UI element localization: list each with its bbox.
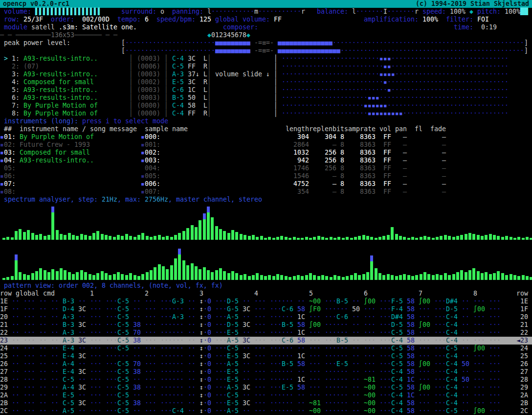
instrument-row[interactable]: ▪08:▪007:354–88363FF–– (0, 188, 532, 196)
channel-note: C-4 (172, 102, 184, 110)
song-row[interactable]: 3:A93-results-intro..│(0003)│A-337↓L│vol… (0, 70, 532, 78)
spectrum-bar (240, 275, 243, 280)
global-cmd-cell: ·· ··· ·· ·· (12, 392, 59, 399)
volume-label: volume: (4, 8, 31, 16)
col-channel[interactable]: 6 (364, 290, 368, 298)
peak-power-label: peak power level: (4, 39, 70, 47)
col-channel[interactable]: 4 (254, 290, 258, 298)
spectrum-bar (15, 254, 18, 280)
spectrum-bar (497, 236, 500, 240)
effect-param: ·0 (203, 376, 211, 384)
spectrum-bar (276, 237, 279, 240)
song-row[interactable]: 6:A93-results-intro..│(0003)│B-550L││···… (0, 94, 532, 102)
col-channel[interactable]: 3 (200, 290, 203, 298)
volume-cell: 58 (297, 305, 305, 313)
vu-meter: ▪ (387, 86, 391, 94)
spectrum-bar (530, 277, 532, 280)
instrument-row[interactable]: ▪01:By Purple Motion of▪000:30430488363F… (0, 133, 532, 141)
spectrum-bar (60, 268, 63, 280)
spectrum-bar (354, 273, 357, 280)
col-channel[interactable]: 2 (145, 290, 149, 298)
spectrum-bar (423, 272, 426, 280)
song-row[interactable]: 4:Composed for small│(0002)│E-53CR││····… (0, 78, 532, 86)
global-cmd-cell: ·· ··· ·· ·· (12, 376, 59, 384)
surround-value[interactable]: o (160, 8, 164, 16)
channel-side: R (203, 63, 207, 70)
spectrum-bar (427, 237, 430, 240)
pattern-view-title: pattern view:order 002, 8 channels, (not… (0, 282, 532, 290)
col-channel[interactable]: 1 (90, 290, 94, 298)
spectrum-bar (395, 234, 398, 240)
separator: │ (207, 102, 211, 110)
instrument-row[interactable]: ▪06:▪005:1546–88363FF–– (0, 172, 532, 180)
spectrum-bar (113, 274, 116, 280)
song-row[interactable]: 5:A93-results-intro..│(0003)│C-61CL││···… (0, 86, 532, 94)
instrument-row[interactable]: ▪03:Composed for small▪002:103225688363F… (0, 149, 532, 157)
effect-param: ·0 (203, 407, 211, 415)
vu-meter: ▪▪▪▪▪▪▪▪▪ (368, 110, 403, 117)
module-title: .s3m: Satellite one. (59, 23, 137, 31)
vu-dots: ·························· (282, 78, 383, 86)
sample-volume: FF (383, 164, 391, 172)
vu-dots: ····························· (395, 70, 509, 78)
channel-selector[interactable]: 012345678 (211, 31, 246, 39)
volume-bar[interactable]: ▌▌▌▌▌▌▌▌▌▌▌▌▌▌▌▌▌ (35, 8, 102, 16)
note-cell: C-4 (391, 407, 403, 415)
spectrum-bar (248, 236, 251, 240)
effect-cell: ↕ (200, 360, 203, 368)
col-channel[interactable]: 7 (419, 290, 422, 298)
spectrum-bar (436, 237, 439, 240)
col-channel[interactable]: 8 (473, 290, 477, 298)
song-row[interactable]: 2:(07)│(0006)│C-5FFR││··················… (0, 63, 532, 70)
peak-center-marker: -=≡=- (250, 47, 278, 55)
pattern-row[interactable]: 2B·· ··· ·· ··C-53C······C-538··········… (0, 399, 532, 407)
instrument-number: 06: (4, 172, 16, 180)
pattern-row[interactable]: 23·· ··· ·· ··A-33C······C-538··········… (0, 337, 532, 345)
spectrum-bar (162, 266, 165, 280)
global-cmd-cell: ·· ··· ·· ·· (12, 337, 59, 345)
song-row[interactable]: >1:A93-results-intro..│(0003)│C-43CL││··… (0, 55, 532, 63)
instrument-row[interactable]: ▪07:▪006:4752–88363FF–– (0, 180, 532, 188)
spectrum-bar (489, 234, 492, 240)
pattern-row[interactable]: 21·· ··· ·· ··B-33C······C-538··········… (0, 321, 532, 329)
spectrum-bar (313, 275, 316, 280)
panning-marker[interactable]: m (254, 8, 258, 16)
pattern-row[interactable]: 24·· ··· ·· ··E-4········C-5············… (0, 345, 532, 352)
pattern-row[interactable]: 27·· ··· ·· ··E-43C······C-538··········… (0, 368, 532, 376)
spectrum-bar (395, 276, 398, 280)
vu-meter: ▪ (383, 78, 387, 86)
pattern-row[interactable]: 1E·· ··· ·· ··B-3········C-5········G-3·… (0, 298, 532, 305)
song-row[interactable]: 8:By Purple Motion of│(0000)│C-4FFR││···… (0, 110, 532, 117)
instruments-hint: press i to select mode (82, 117, 168, 125)
time-label: time: (454, 23, 473, 31)
instrument-row[interactable]: 05:004:174625688363FF–– (0, 164, 532, 172)
spectrum-bar (2, 238, 5, 240)
order-count: (0003) (137, 70, 160, 78)
row-number: 26 (0, 360, 8, 368)
balance-marker[interactable]: I (383, 8, 387, 16)
channel-volume: 1C (188, 86, 196, 94)
instrument-row[interactable]: ▪04:A93-results-intro..▪003:94225688363F… (0, 157, 532, 164)
volume-cell: 3C (78, 368, 86, 376)
song-row[interactable]: 7:By Purple Motion of│(0000)│C-458L││···… (0, 102, 532, 110)
spectrum-bar (252, 275, 255, 280)
pattern-row[interactable]: 2A·· ··· ·· ··E-5········C-5············… (0, 392, 532, 399)
spectrum-bar (382, 236, 385, 240)
pattern-row[interactable]: 29·· ··· ·· ··A-43C······C-538··········… (0, 384, 532, 392)
pattern-row[interactable]: 20·· ··· ·· ··A-3········C-5········A-3·… (0, 313, 532, 321)
separator: │ (207, 110, 211, 117)
instrument-row[interactable]: ▪02:Future Crew - 1993▪001:2864–88363FF–… (0, 141, 532, 149)
row-number: 2B (520, 399, 528, 407)
spectrum-bar (330, 237, 332, 240)
pattern-row[interactable]: 26·· ··· ·· ··A-4········C-570··········… (0, 360, 532, 368)
col-samprate: samprate (344, 125, 376, 133)
pattern-row[interactable]: 1F·· ··· ·· ··D-43C······C-5············… (0, 305, 532, 313)
pattern-row[interactable]: 28·· ··· ·· ··C-5········C-5············… (0, 376, 532, 384)
song-number: 5: (12, 86, 20, 94)
col-channel[interactable]: 5 (309, 290, 313, 298)
pattern-row[interactable]: 25·· ··· ·· ··E-43C·····················… (0, 352, 532, 360)
pattern-row[interactable]: 2C·· ··· ·· ··A-5········C-5········C-4·… (0, 407, 532, 415)
pattern-row[interactable]: 22·· ··· ·· ··A-3········C-570··········… (0, 329, 532, 337)
row-number: 22 (0, 329, 8, 337)
module-label: module (4, 23, 27, 31)
